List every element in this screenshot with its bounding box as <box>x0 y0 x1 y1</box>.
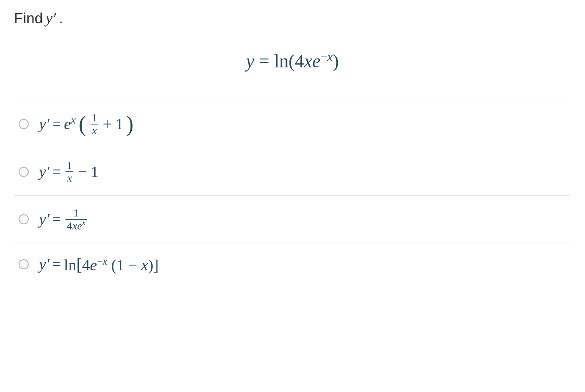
exp-minus: − <box>97 255 103 267</box>
four: 4 <box>82 256 90 274</box>
equals: = <box>52 163 61 181</box>
radio-button[interactable] <box>19 259 29 269</box>
exp-x: x <box>71 114 76 126</box>
plus-one: + 1 <box>103 115 124 133</box>
option-c[interactable]: y′ = 1 4xex <box>14 196 571 243</box>
yprime: y′ <box>39 210 50 228</box>
denominator: 4xex <box>65 219 87 232</box>
fraction: 1 4xex <box>65 207 87 231</box>
denominator: x <box>65 171 73 184</box>
eq-x: x <box>304 51 312 72</box>
option-d[interactable]: y′ = ln[4e−x (1 − x)] <box>14 243 571 286</box>
denominator: x <box>91 124 98 137</box>
option-d-math: y′ = ln[4e−x (1 − x)] <box>39 255 159 274</box>
minus-one: − 1 <box>78 163 99 181</box>
eq-exp-x: x <box>327 50 333 64</box>
e: e <box>64 115 71 132</box>
den-exp: x <box>82 218 85 227</box>
den-x: x <box>72 220 78 232</box>
equals: = <box>52 255 61 273</box>
question-prompt: Find y′ . <box>14 9 571 27</box>
ln: ln <box>64 256 76 274</box>
eq-exp-minus: − <box>320 50 327 64</box>
e: e <box>90 256 97 274</box>
eq-lhs: y <box>246 51 254 72</box>
one-minus: (1 − <box>107 256 141 274</box>
rparen: ) <box>126 111 134 137</box>
prompt-end: . <box>59 10 63 27</box>
numerator: 1 <box>65 159 74 171</box>
yprime: y′ <box>39 163 50 181</box>
lparen: ( <box>78 111 86 137</box>
equals: = <box>52 210 61 228</box>
numerator: 1 <box>72 207 80 219</box>
radio-button[interactable] <box>19 214 29 224</box>
prompt-text: Find <box>14 10 43 27</box>
lbracket: [ <box>76 255 82 274</box>
yprime: y′ <box>39 115 50 133</box>
options-list: y′ = ex ( 1 x + 1 ) y′ = 1 x − 1 <box>14 100 571 286</box>
equals: = <box>52 115 61 133</box>
yprime: y′ <box>39 255 50 273</box>
equation-display: y = ln(4xe−x) <box>14 50 571 72</box>
eq-close: ) <box>333 51 339 72</box>
exp-x: x <box>103 255 107 267</box>
option-a-math: y′ = ex ( 1 x + 1 ) <box>39 111 134 137</box>
fraction: 1 x <box>65 159 74 184</box>
rparen-rbracket: )] <box>148 256 159 274</box>
option-c-math: y′ = 1 4xex <box>39 207 88 231</box>
den-4: 4 <box>67 220 72 232</box>
radio-button[interactable] <box>19 167 29 177</box>
den-e: e <box>77 220 82 232</box>
radio-button[interactable] <box>19 119 29 129</box>
option-b[interactable]: y′ = 1 x − 1 <box>14 148 571 196</box>
option-b-math: y′ = 1 x − 1 <box>39 159 98 184</box>
eq-ln4: ln(4 <box>274 51 304 72</box>
fraction: 1 x <box>90 111 98 136</box>
numerator: 1 <box>90 111 98 124</box>
prompt-variable: y′ <box>46 9 56 27</box>
eq-e: e <box>312 51 321 72</box>
eq-equals: = <box>254 51 274 72</box>
option-a[interactable]: y′ = ex ( 1 x + 1 ) <box>14 100 571 148</box>
x2: x <box>141 256 148 274</box>
